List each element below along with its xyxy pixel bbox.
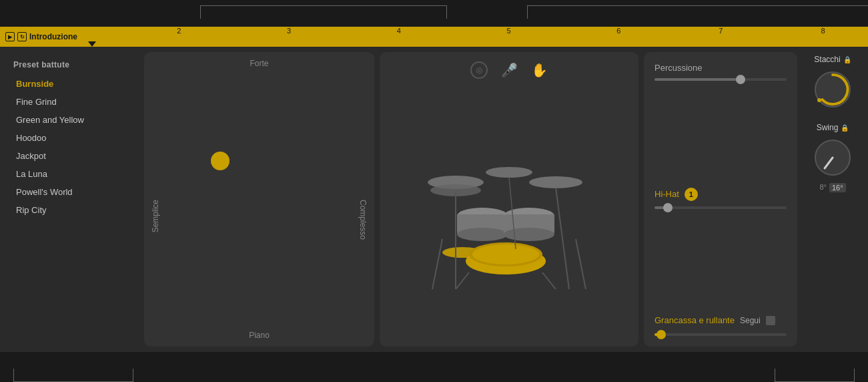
hihat-label: Hi-Hat (655, 189, 679, 199)
segui-checkbox[interactable] (766, 316, 775, 325)
swing-label: Swing 🔒 (817, 123, 849, 132)
drum-kit-area (380, 84, 638, 347)
pad-label-complesso: Complesso (358, 200, 368, 240)
drum-controls-top: ◎ 🎤 ✋ (380, 52, 638, 84)
hihat-badge: 1 (685, 188, 698, 201)
grancassa-thumb[interactable] (657, 330, 666, 339)
pad-label-semplice: Semplice (151, 200, 160, 232)
ruler-tick-4: 4 (397, 27, 401, 47)
preset-item-la-luna[interactable]: La Luna (8, 165, 136, 183)
hihat-thumb[interactable] (663, 203, 673, 212)
preset-item-hoodoo[interactable]: Hoodoo (8, 129, 136, 147)
svg-line-19 (556, 188, 569, 289)
knob-values: 8° 16° (819, 183, 845, 192)
knobs-panel: Stacchi 🔒 Swing 🔒 (803, 52, 863, 347)
segui-label: Segui (740, 316, 761, 325)
ruler[interactable]: ▶ ↻ Introduzione 2 3 4 5 6 7 8 (0, 27, 868, 47)
svg-line-16 (432, 239, 442, 289)
svg-point-6 (457, 228, 508, 241)
percussione-label: Percussione (655, 63, 787, 73)
ruler-title: Introduzione (29, 32, 77, 41)
percussione-section: Percussione (655, 63, 787, 81)
sidebar-title: Preset battute (5, 57, 139, 75)
drum-kit-svg (416, 142, 602, 289)
preset-item-green-and-yellow[interactable]: Green and Yellow (8, 111, 136, 129)
bracket-bottom-right (775, 369, 855, 382)
ruler-marks: 2 3 4 5 6 7 8 (83, 27, 868, 47)
stacchi-label: Stacchi 🔒 (814, 55, 851, 64)
hihat-label-row: Hi-Hat 1 (655, 188, 787, 201)
swing-knob[interactable] (813, 138, 853, 178)
ruler-marker (88, 41, 96, 47)
preset-item-burnside[interactable]: Burnside (8, 75, 136, 93)
percussione-thumb[interactable] (736, 75, 745, 84)
preset-item-powells-world[interactable]: Powell's World (8, 183, 136, 201)
stacchi-section: Stacchi 🔒 (813, 55, 853, 110)
svg-point-22 (817, 98, 821, 102)
percussione-slider[interactable] (655, 78, 787, 81)
loop-icon: ↻ (17, 32, 27, 41)
bracket-left (200, 5, 447, 19)
svg-line-15 (542, 272, 556, 289)
main-content: Preset battute Burnside Fine Grind Green… (0, 47, 868, 352)
preset-item-rip-city[interactable]: Rip City (8, 201, 136, 219)
svg-point-13 (472, 244, 539, 264)
bracket-lines-top (133, 5, 868, 27)
drum-container: ◎ 🎤 ✋ (380, 52, 638, 347)
hand-icon[interactable]: ✋ (531, 62, 548, 78)
hihat-section: Hi-Hat 1 (655, 188, 787, 209)
grancassa-label-row: Grancassa e rullante Segui (655, 315, 787, 325)
pad-container[interactable]: Forte Piano Semplice Complesso (144, 52, 374, 347)
hihat-slider[interactable] (655, 206, 787, 209)
swing-section: Swing 🔒 8° 16° (813, 123, 853, 192)
preset-item-jackpot[interactable]: Jackpot (8, 147, 136, 165)
stacchi-knob[interactable] (813, 69, 853, 110)
pad-label-forte: Forte (250, 59, 268, 68)
bracket-right (527, 5, 868, 19)
preset-item-fine-grind[interactable]: Fine Grind (8, 93, 136, 111)
sidebar: Preset battute Burnside Fine Grind Green… (5, 52, 139, 347)
loop-drum-icon[interactable]: ◎ (470, 61, 488, 79)
grancassa-label: Grancassa e rullante (655, 315, 735, 325)
ruler-tick-2: 2 (177, 27, 181, 47)
grancassa-slider[interactable] (655, 333, 787, 336)
svg-line-14 (456, 272, 469, 289)
swing-lock-icon: 🔒 (841, 124, 849, 132)
pad-label-piano: Piano (249, 331, 270, 340)
ruler-tick-8: 8 (821, 27, 825, 47)
bracket-bottom-left (13, 369, 133, 382)
stacchi-lock-icon: 🔒 (843, 56, 851, 63)
ruler-label: ▶ ↻ Introduzione (0, 32, 83, 41)
bottom-bar (0, 352, 868, 382)
svg-line-17 (576, 239, 586, 289)
ruler-tick-3: 3 (287, 27, 291, 47)
play-icon: ▶ (5, 32, 15, 41)
mic-icon[interactable]: 🎤 (501, 62, 518, 78)
svg-point-2 (529, 176, 582, 188)
controls-panel: Percussione Hi-Hat 1 Grancassa e rullant… (644, 52, 797, 347)
svg-point-9 (504, 228, 554, 241)
value1: 8° (819, 183, 827, 192)
svg-point-3 (486, 167, 532, 178)
value2: 16° (829, 183, 846, 192)
pad-dot (211, 152, 230, 170)
ruler-tick-5: 5 (507, 27, 511, 47)
ruler-tick-6: 6 (616, 27, 620, 47)
ruler-tick-7: 7 (719, 27, 723, 47)
grancassa-section: Grancassa e rullante Segui (655, 315, 787, 336)
